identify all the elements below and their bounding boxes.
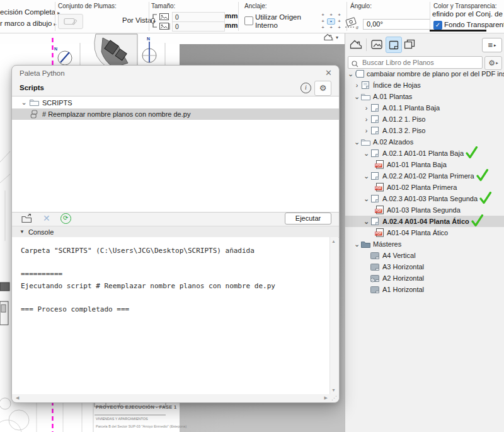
nav-tree-row[interactable]: ›A.01.1 Planta Baja <box>345 102 504 114</box>
separator <box>366 38 367 51</box>
nav-tree-row[interactable]: ⌄A.02 Alzados <box>345 136 504 148</box>
layout-icon <box>370 194 382 203</box>
chevron-down-icon[interactable]: ⌄ <box>347 70 354 78</box>
gear-icon[interactable]: ⚙ <box>314 81 331 96</box>
chevron-down-icon[interactable]: ⌄ <box>353 138 360 146</box>
console-line: ========== <box>21 269 330 281</box>
chevron-right-icon[interactable]: › <box>363 115 370 123</box>
refresh-icon[interactable]: ⟳ <box>60 213 71 224</box>
nav-item-label: A2 Horizontal <box>382 274 424 282</box>
nav-tree-row[interactable]: ⌄A.02.1 A01-01 Planta Baja <box>345 148 504 159</box>
nav-tree-row[interactable]: ⌄A.02.3 A01-03 Planta Segunda <box>345 193 504 204</box>
console-line: Ejecutando script # Reemplazar nombre pl… <box>21 281 330 293</box>
flyout-arrow-icon: ▸ <box>494 43 496 48</box>
anchor-label: Anclaje: <box>244 3 267 9</box>
nav-tree-row[interactable]: A3 Horizontal <box>345 261 504 272</box>
scroll-down-icon: ▼ <box>331 388 336 392</box>
frame-setting[interactable]: r marco a dibujo▸ <box>0 20 56 27</box>
width-field[interactable]: 0 <box>172 12 225 22</box>
folder-master-icon <box>360 240 372 248</box>
add-folder-icon[interactable] <box>21 213 33 223</box>
nav-tree-row[interactable]: ›A.01.2 1. Piso <box>345 114 504 125</box>
nav-item-label: A.02.2 A01-02 Planta Primera <box>382 172 474 180</box>
layout-book-button[interactable] <box>386 37 402 53</box>
scroll-left-icon: ◀ <box>16 395 19 400</box>
anchor-point-selector[interactable]: +++ +•+ +++ <box>319 12 343 31</box>
internal-origin-checkbox[interactable] <box>244 16 253 25</box>
folder-icon <box>28 98 40 107</box>
svg-text:α: α <box>356 25 358 30</box>
nav-tree: ⌄cambaiar nombre de plano por el del PDF… <box>345 68 504 295</box>
precision-setting[interactable]: ecisión Completa▸ <box>0 8 60 16</box>
checkmark-icon <box>470 214 483 223</box>
chevron-down-icon[interactable]: ⌄ <box>363 149 370 158</box>
info-icon[interactable]: i <box>301 83 311 93</box>
console-vertical-scrollbar[interactable]: ▲ ▼ <box>329 237 338 394</box>
nav-item-label: A.02.4 A01-04 Planta Ático <box>382 218 469 225</box>
nav-item-label: A.01.1 Planta Baja <box>382 104 440 112</box>
nav-item-label: A.01 Plantas <box>372 93 412 100</box>
chevron-down-icon[interactable]: ⌄ <box>363 218 370 226</box>
nav-tree-row[interactable]: ⌄A.02.2 A01-02 Planta Primera <box>345 170 504 182</box>
script-list: ⌄ SCRIPTS # Reemplazar nombre planos con… <box>12 96 339 213</box>
checkmark-icon <box>478 192 491 201</box>
layout-icon <box>370 149 382 158</box>
pen-set-button[interactable] <box>58 14 83 29</box>
transparent-background-checkbox[interactable]: ✓ <box>433 21 442 30</box>
nav-tree-row[interactable]: ›Índice de Hojas <box>345 79 504 91</box>
console-header[interactable]: ▼ Console <box>12 226 339 238</box>
quick-options-button[interactable]: ▾ <box>324 33 338 41</box>
nav-tree-row[interactable]: ›A.01.3 2. Piso <box>345 125 504 136</box>
publisher-button[interactable] <box>402 37 417 52</box>
chevron-right-icon[interactable]: › <box>363 104 370 112</box>
nav-tree-row[interactable]: A4 Vertical <box>345 250 504 261</box>
svg-text:PDF: PDF <box>375 163 382 167</box>
script-row-selected[interactable]: # Reemplazar nombre planos con nombre de… <box>12 108 339 120</box>
chevron-down-icon[interactable]: ⌄ <box>20 98 28 107</box>
search-input[interactable] <box>348 56 483 69</box>
console-line: Carpeta "SCRIPTS" (C:\Users\JCG\Desktop\… <box>21 245 330 257</box>
project-map-button[interactable] <box>369 37 384 52</box>
nav-tree-row[interactable]: ⌄cambaiar nombre de plano por el del PDF… <box>345 68 504 79</box>
run-button[interactable]: Ejecutar <box>285 213 331 225</box>
chevron-down-icon[interactable]: ⌄ <box>363 172 370 180</box>
chevron-down-icon[interactable]: ⌄ <box>353 93 360 101</box>
gear-icon: ⚙ <box>488 59 495 67</box>
close-icon[interactable]: ✕ <box>325 68 332 78</box>
height-icon <box>159 23 170 30</box>
console-horizontal-scrollbar[interactable]: ◀ ▶ ⋰ <box>12 394 339 402</box>
nav-tree-row[interactable]: A2 Horizontal <box>345 272 504 284</box>
chevron-right-icon[interactable]: › <box>363 127 370 134</box>
pen-color-preview <box>430 30 486 32</box>
navigator-panel: ≡ ▸ ⚙ ▸ ⌄cambaiar nombre de plano por el… <box>345 33 504 432</box>
scroll-right-icon: ▶ <box>324 395 328 400</box>
layout-icon <box>370 103 382 112</box>
svg-text:PDF: PDF <box>375 209 382 213</box>
nav-item-label: A01-03 Planta Segunda <box>386 206 461 214</box>
chevron-down-icon[interactable]: ⌄ <box>353 240 360 248</box>
checkmark-icon <box>464 146 477 155</box>
titleblock-address: Parcela B del Sector SUP-03 "Arroyo Enme… <box>96 424 186 428</box>
nav-tree-row[interactable]: ⌄A.02.4 A01-04 Planta Ático <box>345 216 504 227</box>
height-field[interactable]: 0 <box>172 21 225 32</box>
house-icon <box>350 40 362 49</box>
resize-grip[interactable]: ⋰ <box>331 395 337 401</box>
chevron-right-icon[interactable]: › <box>353 81 360 89</box>
north-label: N <box>147 37 150 41</box>
nav-tree-row[interactable]: PDFA01-04 Planta Ático <box>345 227 504 238</box>
remove-script-icon[interactable]: ✕ <box>43 213 50 223</box>
scripts-folder-row[interactable]: ⌄ SCRIPTS <box>12 96 339 108</box>
dialog-title: Paleta Python <box>20 69 65 77</box>
nav-item-label: A1 Horizontal <box>382 286 424 293</box>
nav-tree-row[interactable]: ⌄Másteres <box>345 238 504 250</box>
nav-tree-row[interactable]: A1 Horizontal <box>345 284 504 295</box>
project-chooser-button[interactable] <box>348 37 364 52</box>
chevron-down-icon[interactable]: ⌄ <box>363 195 370 203</box>
nav-tree-row[interactable]: ⌄A.01 Plantas <box>345 91 504 102</box>
hamburger-icon: ≡ <box>488 40 493 50</box>
panel-menu-button[interactable]: ≡ ▸ <box>482 38 502 52</box>
nav-item-label: A.02 Alzados <box>372 138 413 146</box>
width-unit: mm <box>225 12 238 20</box>
navigator-iconbar: ≡ ▸ <box>345 35 504 54</box>
angle-field[interactable]: 0,00° <box>363 19 430 30</box>
